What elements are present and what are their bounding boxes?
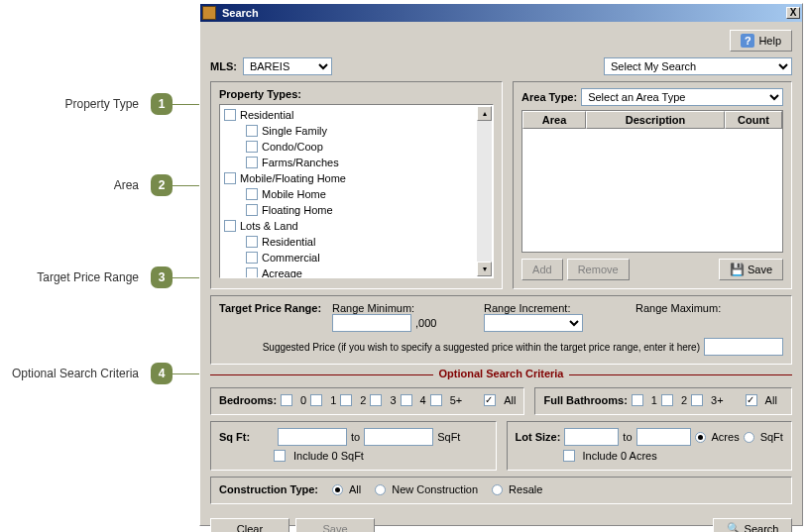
bath-1-chk[interactable] [632,394,643,406]
const-all-radio[interactable] [332,484,343,495]
lot-acres-radio[interactable] [695,432,706,443]
tpr-thousands: ,000 [415,317,436,329]
tpr-suggested-input[interactable] [704,338,783,356]
sqft-to: to [351,431,360,443]
checkbox[interactable] [246,141,258,153]
property-types-heading: Property Types: [219,88,494,100]
sqft-max-input[interactable] [364,428,433,446]
title-bar: Search X [200,4,802,22]
mls-select[interactable]: BAREIS [243,57,332,75]
const-new-radio[interactable] [375,484,386,495]
optional-divider: Optional Search Criteria [210,374,792,375]
lot-sqft-radio[interactable] [744,432,754,443]
close-button[interactable]: X [786,7,800,19]
bed-2-chk[interactable] [340,394,352,406]
sqft-unit: SqFt [437,431,460,443]
lotsize-label: Lot Size: [516,431,561,443]
lot-include0-chk[interactable] [563,450,575,462]
area-group: Area Type: Select an Area Type Area Desc… [513,81,792,289]
search-button[interactable]: 🔍Search [713,518,792,532]
bedrooms-label: Bedrooms: [219,394,277,406]
prop-item-residential[interactable]: Residential [220,107,493,123]
baths-label: Full Bathrooms: [543,394,627,406]
clear-button[interactable]: Clear [210,518,289,532]
prop-item-floating-home[interactable]: Floating Home [220,202,493,218]
construction-label: Construction Type: [219,483,318,495]
bed-4-chk[interactable] [401,394,412,406]
bed-all-chk[interactable] [484,394,496,406]
checkbox[interactable] [246,204,258,216]
area-table: Area Description Count [521,110,783,253]
sqft-min-input[interactable] [278,428,347,446]
tpr-heading: Target Price Range: [219,302,328,314]
prop-item-condo[interactable]: Condo/Coop [220,139,493,155]
mls-label: MLS: [210,60,237,72]
prop-item-mobile-floating[interactable]: Mobile/Floating Home [220,170,493,186]
bedrooms-group: Bedrooms: 0 1 2 3 4 5+ All [210,387,524,415]
checkbox[interactable] [246,125,258,137]
bath-2-chk[interactable] [661,394,673,406]
bed-5-chk[interactable] [430,394,442,406]
save-button[interactable]: Save [295,518,375,532]
baths-group: Full Bathrooms: 1 2 3+ All [534,387,792,415]
checkbox[interactable] [246,157,258,168]
search-dialog: Search X ? Help MLS: BAREIS Select My Se… [199,3,803,526]
construction-group: Construction Type: All New Construction … [210,477,792,504]
checkbox[interactable] [224,109,236,121]
prop-item-commercial[interactable]: Commercial [220,250,493,266]
scrollbar[interactable]: ▴ ▾ [477,106,492,276]
prop-item-lots-land[interactable]: Lots & Land [220,218,493,234]
annotation-badge-3: 3 [151,266,173,288]
bed-3-chk[interactable] [370,394,382,406]
col-description[interactable]: Description [586,111,725,129]
annotation-label-1: Property Type [0,97,139,111]
area-type-select[interactable]: Select an Area Type [581,88,783,106]
col-area[interactable]: Area [522,111,586,129]
lotsize-group: Lot Size: to Acres SqFt Include 0 Acres [507,421,793,471]
bed-1-chk[interactable] [310,394,322,406]
lot-max-input[interactable] [636,428,691,446]
sqft-label: Sq Ft: [219,431,274,443]
checkbox[interactable] [246,267,258,278]
bath-all-chk[interactable] [746,394,757,406]
checkbox[interactable] [246,252,258,264]
tpr-inc-label: Range Increment: [484,302,632,314]
property-types-list[interactable]: ▴ ▾ Residential Single Family Condo/Coop… [219,104,494,278]
annotation-badge-4: 4 [151,363,173,384]
save-icon [730,263,744,276]
prop-item-farms[interactable]: Farms/Ranches [220,155,493,170]
lot-min-input[interactable] [564,428,619,446]
checkbox[interactable] [246,236,258,248]
search-icon: 🔍 [727,522,741,532]
sqft-group: Sq Ft: to SqFt Include 0 SqFt [210,421,497,471]
const-resale-radio[interactable] [492,484,503,495]
tpr-min-input[interactable] [332,314,411,332]
scroll-up[interactable]: ▴ [477,106,492,121]
prop-item-residential2[interactable]: Residential [220,234,493,250]
property-types-group: Property Types: ▴ ▾ Residential Single F… [210,81,503,289]
checkbox[interactable] [224,172,236,184]
target-price-range-group: Target Price Range: Range Minimum: ,000 … [210,295,792,365]
prop-item-single-family[interactable]: Single Family [220,123,493,139]
bath-3-chk[interactable] [691,394,703,406]
sqft-include0-chk[interactable] [274,450,286,462]
area-save-button[interactable]: Save [719,259,783,280]
tpr-inc-select[interactable] [484,314,583,332]
prop-item-acreage[interactable]: Acreage [220,266,493,278]
help-button[interactable]: ? Help [730,30,792,52]
prop-item-mobile-home[interactable]: Mobile Home [220,186,493,202]
remove-button[interactable]: Remove [567,259,630,280]
window-title: Search [220,7,786,19]
help-icon: ? [741,34,754,48]
sqft-include0-label: Include 0 SqFt [293,450,364,462]
scroll-down[interactable]: ▾ [477,262,492,276]
tpr-min-label: Range Minimum: [332,302,480,314]
tpr-suggested-label: Suggested Price (if you wish to specify … [219,342,700,353]
checkbox[interactable] [224,220,236,232]
annotation-label-3: Target Price Range [0,270,139,284]
add-button[interactable]: Add [521,259,563,280]
checkbox[interactable] [246,188,258,200]
select-my-search[interactable]: Select My Search [604,57,792,75]
bed-0-chk[interactable] [281,394,292,406]
col-count[interactable]: Count [725,111,782,129]
